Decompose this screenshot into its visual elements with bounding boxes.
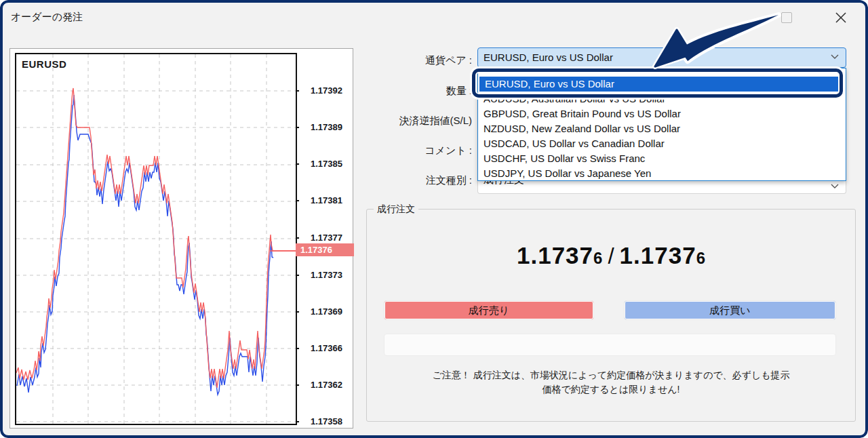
bid-price: 1.1737 — [517, 242, 593, 268]
axis-label: 1.17381 — [311, 195, 358, 205]
axis-label: 1.17392 — [311, 85, 358, 96]
axis-label: 1.17358 — [311, 416, 358, 426]
axis-label: 1.17389 — [311, 122, 358, 132]
dropdown-item-eurusd[interactable]: EURUSD, Euro vs US Dollar — [479, 77, 844, 92]
axis-tick — [296, 163, 299, 165]
chart-symbol-label: EURUSD — [22, 58, 66, 70]
tick-chart-panel: EURUSD 1.173921.173891.173851.173811.173… — [9, 48, 353, 429]
big-quote: 1.17376/1.17376 — [367, 242, 855, 269]
axis-label: 1.17377 — [311, 233, 358, 243]
axis-label: 1.17362 — [311, 380, 358, 390]
order-dialog: オーダーの発注 EURUSD 1.173921.173891.173851.17… — [0, 0, 868, 438]
axis-tick — [296, 384, 299, 386]
dropdown-item-usdjpy[interactable]: USDJPY, US Dollar vs Japanese Yen — [478, 166, 846, 181]
tick-chart-plot: EURUSD — [15, 53, 297, 425]
current-price-badge: 1.17376 — [296, 243, 354, 256]
buy-by-market-button[interactable]: 成行買い — [624, 300, 836, 320]
axis-tick — [296, 127, 299, 128]
label-volume: 数量 : — [366, 85, 472, 98]
groupbox-title: 成行注文 — [374, 203, 418, 216]
dropdown-item-audusd[interactable]: AUDUSD, Australian Dollar vs US Dollar — [478, 92, 846, 106]
maximize-button[interactable] — [781, 12, 792, 23]
axis-label: 1.17373 — [311, 270, 358, 280]
titlebar: オーダーの発注 — [0, 0, 868, 35]
axis-label: 1.17385 — [311, 159, 358, 169]
ask-price: 1.1737 — [620, 242, 696, 268]
label-symbol: 通貨ペア : — [366, 54, 472, 67]
dropdown-item-usdcad[interactable]: USDCAD, US Dollar vs Canadian Dollar — [478, 136, 846, 151]
label-comment: コメント : — [366, 144, 472, 157]
ordertype-combobox-value: 成行注文 — [484, 181, 524, 186]
bid-price-pip: 6 — [593, 249, 602, 267]
chevron-down-icon — [831, 54, 839, 60]
notice-line-1: ご注意！ 成行注文は、市場状況によって約定価格が決まりますので、必ずしも提示 — [367, 368, 855, 382]
axis-label: 1.17369 — [311, 306, 358, 317]
close-button[interactable] — [835, 12, 847, 24]
label-ordertype: 注文種別 : — [366, 174, 472, 187]
symbol-dropdown-list: EURUSD, Euro vs US DollarAUDUSD, Austral… — [477, 68, 846, 181]
axis-tick — [296, 90, 299, 92]
axis-tick — [296, 421, 299, 422]
notice-line-2: 価格で約定するとは限りません! — [367, 382, 855, 397]
axis-tick — [296, 311, 299, 313]
dropdown-item-gbpusd[interactable]: GBPUSD, Great Britain Pound vs US Dollar — [478, 106, 846, 121]
ask-price-pip: 6 — [696, 249, 705, 267]
dropdown-item-usdchf[interactable]: USDCHF, US Dollar vs Swiss Franc — [478, 151, 846, 166]
axis-tick — [296, 200, 299, 201]
axis-tick — [296, 348, 299, 349]
quote-separator: / — [602, 243, 619, 268]
dialog-title: オーダーの発注 — [11, 11, 83, 24]
chevron-down-icon — [831, 184, 839, 189]
symbol-combobox-value: EURUSD, Euro vs US Dollar — [484, 52, 613, 63]
symbol-combobox[interactable]: EURUSD, Euro vs US Dollar — [477, 47, 846, 68]
market-order-notice: ご注意！ 成行注文は、市場状況によって約定価格が決まりますので、必ずしも提示 価… — [367, 368, 855, 397]
dropdown-item-nzdusd[interactable]: NZDUSD, New Zealand Dollar vs US Dollar — [478, 121, 846, 136]
axis-tick — [296, 275, 299, 276]
market-order-groupbox: 成行注文 1.17376/1.17376 成行売り 成行買い ご注意！ 成行注文… — [366, 209, 856, 422]
sell-by-market-button[interactable]: 成行売り — [384, 300, 594, 320]
axis-tick — [296, 237, 299, 239]
tick-chart-svg — [16, 54, 296, 424]
axis-label: 1.17366 — [311, 343, 358, 353]
disabled-order-bar — [384, 334, 836, 356]
ordertype-combobox[interactable]: 成行注文 — [477, 181, 846, 194]
label-stoploss: 決済逆指値(S/L) — [366, 115, 472, 127]
